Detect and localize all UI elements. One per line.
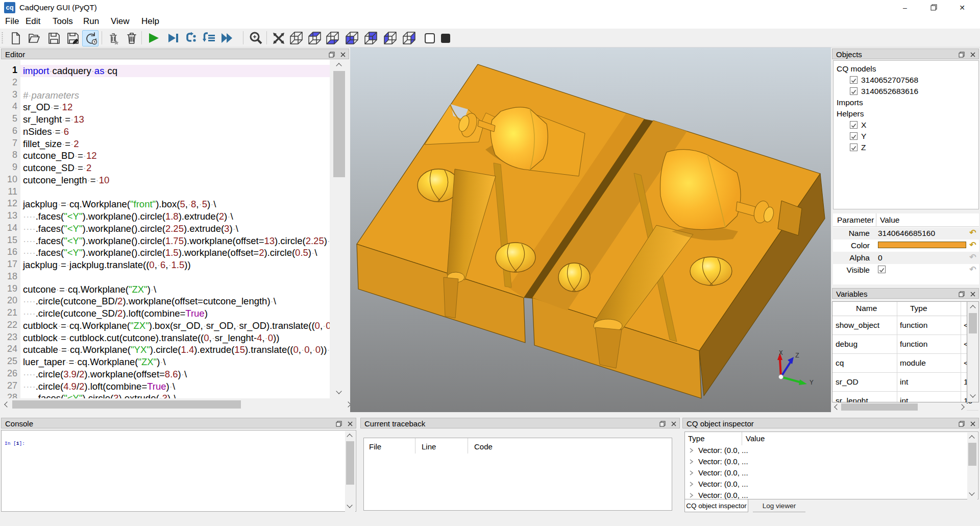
cad-model[interactable]	[357, 64, 825, 398]
checkbox-X[interactable]	[850, 121, 857, 129]
inspector-row-2[interactable]: Vector: (0.0, ...	[685, 468, 961, 479]
line-number-11: 11	[0, 186, 17, 197]
checkbox-Z[interactable]	[850, 144, 857, 151]
menu-file[interactable]: File	[5, 16, 19, 27]
step-over-button[interactable]	[202, 30, 218, 46]
variables-hscrollbar[interactable]	[832, 402, 967, 412]
view-left-icon	[382, 30, 398, 46]
visible-checkbox[interactable]	[878, 266, 886, 273]
var-row-show_object[interactable]: show_objectfunction<f	[832, 316, 978, 335]
console-vscrollbar[interactable]	[345, 431, 355, 512]
objects-close-icon[interactable]	[970, 51, 976, 57]
tree-item-Z[interactable]: Z	[861, 143, 866, 152]
view-right-button[interactable]	[401, 30, 417, 46]
tree-group-imports[interactable]: Imports	[837, 98, 863, 107]
checkbox-3140652683616[interactable]	[850, 87, 857, 95]
undo-alpha-icon[interactable]: ↶	[968, 252, 978, 262]
traceback-col-code: Code	[474, 442, 493, 451]
fit-all-button[interactable]	[271, 30, 287, 46]
variables-vscrollbar[interactable]	[967, 301, 979, 402]
reload-button[interactable]	[82, 30, 99, 46]
inspector-float-icon[interactable]	[959, 420, 965, 426]
editor-vscrollbar[interactable]	[331, 60, 348, 398]
menu-tools[interactable]: Tools	[53, 16, 73, 27]
traceback-close-icon[interactable]	[671, 420, 677, 426]
editor-float-icon[interactable]	[329, 51, 335, 57]
tree-item-X[interactable]: X	[861, 121, 866, 130]
menu-run[interactable]: Run	[83, 16, 99, 27]
line-number-10: 10	[0, 174, 17, 185]
traceback-float-icon[interactable]	[659, 420, 666, 426]
line-number-15: 15	[0, 235, 17, 246]
undo-visible-icon[interactable]: ↶	[968, 265, 978, 275]
editor-hscrollbar[interactable]	[1, 399, 354, 410]
vars-col-name: Name	[856, 304, 877, 313]
inspector-close-icon[interactable]	[970, 420, 976, 426]
undo-name-icon[interactable]: ↶	[968, 228, 978, 238]
delete-button[interactable]	[124, 30, 140, 46]
variables-float-icon[interactable]	[959, 290, 965, 296]
view-back-button[interactable]	[362, 30, 379, 46]
var-row-sr_OD[interactable]: sr_ODint12	[832, 373, 978, 392]
new-file-button[interactable]	[8, 30, 24, 46]
checkbox-3140652707568[interactable]	[850, 76, 857, 84]
inspector-vscrollbar[interactable]	[967, 433, 977, 499]
view-bottom-button[interactable]	[324, 30, 340, 46]
console-close-icon[interactable]	[347, 420, 353, 426]
tree-item-Y[interactable]: Y	[861, 132, 866, 141]
wireframe-white-button[interactable]	[422, 30, 438, 46]
inspector-row-3[interactable]: Vector: (0.0, ...	[685, 479, 961, 490]
editor-vscroll-thumb[interactable]	[333, 71, 345, 177]
line-number-14: 14	[0, 223, 17, 233]
inspector-row-1[interactable]: Vector: (0.0, ...	[685, 457, 961, 468]
zoom-fit-button[interactable]	[248, 30, 264, 46]
render-object-button[interactable]	[106, 30, 122, 46]
viewport-3d[interactable]: X Z Y	[350, 47, 831, 412]
undo-color-icon[interactable]: ↶	[968, 240, 978, 250]
checkbox-Y[interactable]	[850, 132, 857, 140]
open-button[interactable]	[27, 30, 43, 46]
color-swatch[interactable]	[878, 242, 966, 248]
tree-item-3140652683616[interactable]: 3140652683616	[861, 87, 918, 96]
var-row-cq[interactable]: cqmodule<m	[832, 354, 978, 373]
debug-button[interactable]	[165, 30, 181, 46]
tab-log-viewer[interactable]: Log viewer	[753, 499, 805, 512]
minimize-button[interactable]: –	[893, 0, 917, 15]
step-into-button[interactable]	[184, 30, 201, 46]
line-number-19: 19	[0, 283, 17, 294]
inspector-col-value: Value	[746, 434, 765, 443]
view-top-button[interactable]	[306, 30, 323, 46]
code-line-15: ····.faces("<Y").workplane().circle(1.75…	[20, 235, 330, 247]
inspector-row-0[interactable]: Vector: (0.0, ...	[685, 445, 961, 457]
objects-float-icon[interactable]	[959, 51, 965, 57]
code-editor[interactable]: import·cadquery·as·cq#·parameterssr_OD·=…	[20, 60, 330, 398]
shaded-black-button[interactable]	[437, 30, 454, 46]
variables-close-icon[interactable]	[970, 290, 976, 296]
delete-icon	[124, 30, 140, 46]
editor-close-icon[interactable]	[340, 51, 346, 57]
menu-edit[interactable]: Edit	[26, 16, 40, 27]
view-front-button[interactable]	[344, 30, 360, 46]
save-button[interactable]	[46, 30, 62, 46]
line-number-23: 23	[0, 332, 17, 343]
code-line-11	[20, 186, 330, 199]
tree-group-helpers[interactable]: Helpers	[837, 109, 864, 118]
editor-hscroll-thumb[interactable]	[12, 400, 241, 409]
toolbar-handle[interactable]	[2, 32, 3, 44]
run-button[interactable]	[145, 30, 162, 46]
menu-view[interactable]: View	[111, 16, 130, 27]
save-as-button[interactable]	[65, 30, 81, 46]
tree-group-cq-models[interactable]: CQ models	[837, 64, 876, 74]
close-button[interactable]: ✕	[950, 0, 974, 15]
wireframe-white-icon	[422, 30, 438, 46]
menu-help[interactable]: Help	[141, 16, 159, 27]
tree-item-3140652707568[interactable]: 3140652707568	[861, 76, 918, 85]
console-float-icon[interactable]	[336, 420, 342, 426]
var-row-debug[interactable]: debugfunction<f	[832, 335, 978, 354]
view-left-button[interactable]	[382, 30, 398, 46]
restore-button[interactable]	[922, 0, 945, 15]
tab-cq-object-inspector[interactable]: CQ object inspector	[684, 499, 748, 512]
view-iso-button[interactable]	[288, 30, 304, 46]
continue-button[interactable]	[219, 30, 235, 46]
console-area[interactable]: In [1]:	[1, 430, 356, 512]
